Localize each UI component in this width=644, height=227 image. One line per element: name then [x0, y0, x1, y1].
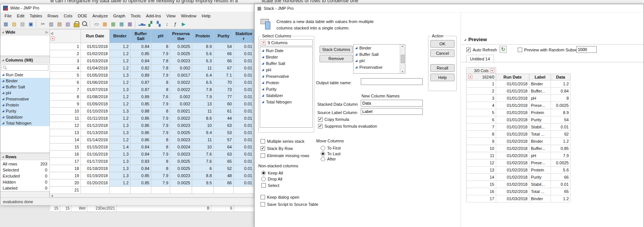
data-cell[interactable]: 8: [151, 158, 170, 165]
data-cell[interactable]: 0.01: [234, 172, 254, 179]
help-button[interactable]: Help: [430, 74, 455, 81]
preview-data-cell[interactable]: 0.84: [551, 88, 571, 95]
data-cell[interactable]: 9.5: [192, 179, 214, 187]
preview-data-cell[interactable]: 66: [551, 174, 571, 181]
data-cell[interactable]: 01/19/2018: [81, 172, 110, 179]
data-cell[interactable]: 0.89: [130, 72, 151, 79]
data-cell[interactable]: 1.2: [110, 65, 130, 72]
preview-data-cell[interactable]: 01/01/2018: [496, 116, 529, 124]
preview-data-cell[interactable]: 01/02/2018: [496, 145, 529, 152]
column-item-purity[interactable]: ◢Purity: [0, 108, 50, 114]
data-cell[interactable]: 1.3: [110, 165, 130, 172]
row-number[interactable]: 20: [50, 179, 81, 187]
data-cell[interactable]: 1.3: [110, 151, 130, 158]
menu-rows[interactable]: Rows: [45, 13, 61, 19]
data-cell[interactable]: 0.01: [234, 57, 254, 65]
stacked-column-preservative[interactable]: ◢Preservative: [354, 64, 400, 70]
data-cell[interactable]: 0.0025: [170, 158, 192, 165]
source-label-column-input[interactable]: [361, 108, 423, 115]
scroll-up-icon[interactable]: ▲: [400, 45, 405, 47]
data-cell[interactable]: 01/07/2018: [81, 86, 110, 93]
data-cell[interactable]: 64: [214, 144, 234, 151]
data-cell[interactable]: 0.01: [234, 100, 254, 108]
data-cell[interactable]: 0.82: [130, 65, 151, 72]
data-cell[interactable]: 1.2: [110, 93, 130, 100]
data-cell[interactable]: 11: [192, 65, 214, 72]
data-cell[interactable]: 01/15/2018: [81, 144, 110, 151]
data-cell[interactable]: 6.5: [192, 79, 214, 86]
preview-data-cell[interactable]: Stabil...: [529, 124, 551, 131]
menu-add-ins[interactable]: Add-Ins: [143, 13, 164, 19]
preview-row-number[interactable]: 15: [467, 181, 496, 188]
sort-az-icon[interactable]: ↕: [163, 20, 171, 28]
data-cell[interactable]: 0.01: [234, 72, 254, 79]
data-cell[interactable]: 8.9: [192, 43, 214, 50]
data-cell[interactable]: 8: [151, 144, 170, 151]
preview-row-number[interactable]: 11: [467, 152, 496, 159]
menu-view[interactable]: View: [164, 13, 178, 19]
data-cell[interactable]: 63: [214, 122, 234, 129]
data-cell[interactable]: 0.86: [130, 129, 151, 136]
data-cell[interactable]: 7.6: [151, 93, 170, 100]
data-cell[interactable]: 6: [192, 165, 214, 172]
data-cell[interactable]: 0.85: [130, 179, 151, 187]
preview-data-cell[interactable]: 01/02/2018: [496, 138, 529, 145]
data-cell[interactable]: 0.86: [130, 122, 151, 129]
auto-refresh-checkbox[interactable]: Auto Refresh: [466, 47, 497, 53]
column-item-preservative[interactable]: ◢Preservative: [0, 96, 50, 102]
select-column-buffer-salt[interactable]: ◢Buffer Salt: [260, 60, 312, 66]
subset-table-icon[interactable]: ▦: [109, 20, 117, 28]
preview-data-cell[interactable]: 01/02/2018: [496, 152, 529, 159]
preview-data-cell[interactable]: Total ...: [529, 188, 551, 195]
collapse-panel-icon[interactable]: ▷: [46, 31, 48, 34]
data-cell[interactable]: 0.0023: [170, 57, 192, 65]
preview-data-cell[interactable]: 01/01/2018: [496, 95, 529, 102]
preview-data-cell[interactable]: 01/01/2018: [496, 124, 529, 131]
preview-cols-header[interactable]: 3/0 Cols ▼: [467, 67, 496, 74]
data-cell[interactable]: 11: [192, 136, 214, 144]
data-cell[interactable]: 0.0025: [170, 165, 192, 172]
row-number[interactable]: 1: [50, 43, 81, 50]
summary-table-icon[interactable]: ▦: [101, 20, 109, 28]
preview-data-cell[interactable]: pH: [529, 152, 551, 159]
data-cell[interactable]: 8: [151, 43, 170, 50]
data-cell[interactable]: 9.4: [192, 129, 214, 136]
preview-data-cell[interactable]: 01/02/2018: [496, 174, 529, 181]
data-cell[interactable]: 63: [214, 151, 234, 158]
random-subset-input[interactable]: [576, 46, 597, 53]
preview-data-cell[interactable]: Protein: [529, 167, 551, 174]
data-cell[interactable]: 0.01: [234, 158, 254, 165]
column-header-binder[interactable]: Binder: [110, 29, 130, 43]
table-corner[interactable]: ◁▼: [50, 29, 81, 43]
stacked-column-ph[interactable]: ◢pH: [354, 57, 400, 64]
select-column-run-date[interactable]: ◢Run Date: [260, 47, 312, 54]
data-cell[interactable]: 6.3: [192, 57, 214, 65]
data-cell[interactable]: 0.002: [170, 93, 192, 100]
to-first-radio[interactable]: To First: [321, 145, 341, 151]
data-cell[interactable]: 65: [214, 158, 234, 165]
data-cell[interactable]: 48: [214, 172, 234, 179]
table-hotspot-icon[interactable]: ▼: [51, 36, 55, 40]
data-cell[interactable]: 7.9: [151, 151, 170, 158]
data-cell[interactable]: 70: [214, 79, 234, 86]
data-cell[interactable]: 66: [214, 57, 234, 65]
data-cell[interactable]: 60: [214, 100, 234, 108]
row-number[interactable]: 17: [50, 158, 81, 165]
data-cell[interactable]: 1.2: [110, 179, 130, 187]
select-column-ph[interactable]: ◢pH: [260, 66, 312, 73]
data-cell[interactable]: 0.83: [130, 158, 151, 165]
preview-tab[interactable]: Untitled 14: [466, 55, 494, 62]
data-cell[interactable]: 0.88: [130, 108, 151, 115]
columns-count-dropdown[interactable]: ▼ 9 Columns: [260, 39, 313, 46]
row-number[interactable]: 13: [50, 129, 81, 136]
data-cell[interactable]: 0.89: [130, 93, 151, 100]
preview-row-number[interactable]: 12: [467, 159, 496, 167]
select-column-total-nitrogen[interactable]: ◢Total Nitrogen: [260, 99, 312, 105]
column-item-stabilizer[interactable]: ◢Stabilizer: [0, 114, 50, 120]
menu-file[interactable]: File: [2, 13, 14, 19]
row-number[interactable]: 2: [50, 50, 81, 57]
data-cell[interactable]: 1.4: [110, 144, 130, 151]
refresh-icon[interactable]: ↻: [500, 46, 507, 53]
preview-data-cell[interactable]: Protein: [529, 109, 551, 116]
data-cell[interactable]: 7.6: [192, 158, 214, 165]
